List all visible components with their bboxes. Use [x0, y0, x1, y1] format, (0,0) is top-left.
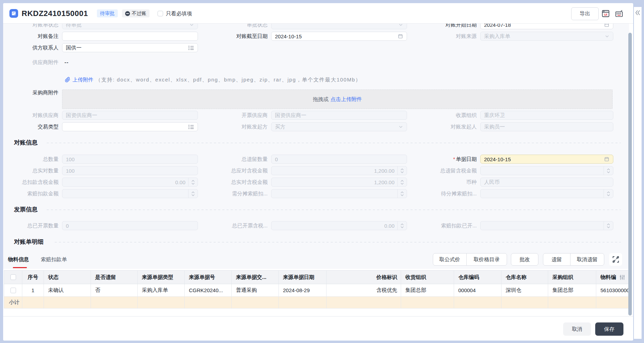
field-supplier-attachment: 供应商附件 -- — [3, 58, 629, 67]
field-label: 供应商附件 — [3, 58, 59, 67]
minus-circle-icon — [125, 11, 130, 16]
posting-badge: 不过账 — [122, 9, 150, 17]
subtotal-label: 小计 — [4, 297, 22, 309]
chevron-down-icon — [605, 34, 610, 39]
list-icon[interactable] — [188, 45, 194, 51]
column-settings-icon[interactable] — [619, 274, 625, 281]
col-source-date: 来源单据日期 — [279, 271, 327, 284]
total-left-amount-input[interactable] — [480, 166, 613, 175]
section-title-invoice-info: 发票信息 — [14, 205, 38, 214]
price-catalog-button[interactable]: 取价格目录 — [466, 254, 507, 265]
attachment-dropzone[interactable]: 拖拽或 点击上传附件 — [62, 89, 613, 109]
col-is-left: 是否遗留 — [91, 271, 138, 284]
field-currency: 币种 人民币 — [3, 178, 629, 187]
claim-invoiced-input[interactable] — [480, 221, 613, 230]
svg-text:UI: UI — [604, 13, 607, 16]
detail-table-zone: 序号 状态 是否遗留 来源单据类型 来源单据号 来源单据交... 来源单据日期 … — [3, 269, 629, 316]
page-title: RKDZ2410150001 — [22, 3, 88, 24]
ticket-org-input[interactable]: 重庆环卫 — [480, 111, 613, 120]
spinner-buttons[interactable] — [604, 221, 613, 230]
upload-hint: （支持: docx、word、excel、xlsx、pdf、png、bmp、jp… — [95, 77, 361, 83]
leave-button[interactable]: 遗留 — [543, 254, 570, 265]
vertical-scrollbar[interactable] — [628, 33, 632, 315]
field-total-left-amount: 总遗留含税金额 — [3, 166, 629, 175]
form-scroll-area[interactable]: 对账单状态 待审批 审批状态 对账开始日期 2024-07-18 对账备注 — [3, 24, 629, 316]
doc-date-input[interactable]: 2024-10-15 — [480, 155, 613, 164]
status-badge: 待审批 — [97, 9, 118, 17]
ui-settings-icon[interactable]: UI — [602, 10, 610, 17]
field-label: 待分摊索赔扣... — [421, 189, 477, 198]
required-only-label: 只看必填项 — [166, 3, 192, 24]
active-tab-underline — [13, 267, 27, 268]
field-label: 对账发起人 — [421, 122, 477, 131]
cancel-leave-button[interactable]: 取消遗留 — [570, 254, 604, 265]
field-label: 对账开始日期 — [421, 24, 477, 29]
export-button[interactable]: 导出 — [571, 7, 599, 20]
cell-price-flag: 含税优先 — [327, 284, 401, 297]
field-label: 总遗留含税金额 — [421, 166, 477, 175]
formula-price-button[interactable]: 取公式价 — [433, 254, 466, 265]
cell-is-left: 否 — [91, 284, 138, 297]
initiator-input[interactable]: 采购员一 — [480, 122, 613, 131]
supplier-attachment-value: -- — [64, 58, 69, 67]
row-checkbox[interactable] — [10, 288, 16, 293]
cancel-button[interactable]: 取消 — [563, 322, 591, 336]
tab-claim-deduction[interactable]: 索赔扣款单 — [41, 255, 67, 264]
currency-input[interactable]: 人民币 — [480, 178, 613, 187]
cell-status: 未确认 — [44, 284, 91, 297]
cell-material-code: 5610300000 — [596, 284, 629, 297]
dropzone-text: 拖拽或 — [313, 96, 329, 103]
action-footer: 取消 保存 — [3, 316, 633, 341]
col-receive-org: 收货组织 — [401, 271, 454, 284]
calendar-icon — [604, 24, 610, 28]
document-icon — [9, 9, 18, 18]
collapse-panel-icon[interactable] — [635, 10, 641, 17]
batch-edit-button[interactable]: 批改 — [511, 254, 538, 265]
col-source-trade: 来源单据交... — [232, 271, 279, 284]
fullscreen-button[interactable] — [609, 253, 622, 266]
detail-table-clip: 序号 状态 是否遗留 来源单据类型 来源单据号 来源单据交... 来源单据日期 … — [4, 270, 629, 309]
keyboard-shortcut-icon[interactable] — [615, 10, 623, 17]
field-label: 收票组织 — [421, 111, 477, 120]
col-warehouse-code: 仓库编码 — [454, 271, 501, 284]
dropzone-upload-link[interactable]: 点击上传附件 — [331, 96, 362, 103]
required-asterisk: * — [453, 156, 455, 162]
col-seq: 序号 — [22, 271, 44, 284]
recon-start-date-input[interactable]: 2024-07-18 — [480, 24, 613, 29]
calendar-icon — [604, 156, 610, 162]
col-source-type: 来源单据类型 — [138, 271, 185, 284]
select-all-checkbox[interactable] — [10, 274, 16, 280]
section-title-detail: 对账单明细 — [14, 238, 44, 246]
spinner-buttons[interactable] — [604, 189, 613, 198]
recon-source-select[interactable]: 采购入库单 — [480, 32, 613, 41]
col-price-flag: 价格标识 — [327, 271, 401, 284]
save-button[interactable]: 保存 — [595, 322, 623, 336]
cell-source-no: CGRK20240... — [185, 284, 232, 297]
col-status: 状态 — [44, 271, 91, 284]
tab-material-info[interactable]: 物料信息 — [8, 255, 29, 264]
section-divider — [47, 143, 621, 143]
claim-pending-input[interactable] — [480, 189, 613, 198]
field-label: 供方联系人 — [3, 43, 59, 52]
main-panel: 对账单状态 待审批 审批状态 对账开始日期 2024-07-18 对账备注 — [3, 3, 633, 341]
col-warehouse-name: 仓库名称 — [501, 271, 548, 284]
cell-warehouse-name: 深圳仓 — [501, 284, 548, 297]
material-table: 序号 状态 是否遗留 来源单据类型 来源单据号 来源单据交... 来源单据日期 … — [4, 270, 629, 309]
paperclip-icon — [65, 77, 70, 83]
supplier-contact-input[interactable]: 国供一 — [62, 43, 198, 52]
button-group-leave: 遗留 取消遗留 — [543, 253, 604, 266]
cell-purchase-org: 集团总部 — [548, 284, 596, 297]
cell-source-type: 采购入库单 — [138, 284, 185, 297]
cell-source-date: 2024-08-29 — [279, 284, 327, 297]
header-select-all[interactable] — [4, 271, 22, 284]
required-only-checkbox[interactable] — [158, 11, 163, 16]
upload-row: 上传附件 （支持: docx、word、excel、xlsx、pdf、png、b… — [65, 75, 361, 84]
row-select[interactable] — [4, 284, 22, 297]
field-label: 币种 — [421, 178, 477, 187]
field-recon-start-date: 对账开始日期 2024-07-18 — [3, 24, 629, 29]
table-row[interactable]: 1 未确认 否 采购入库单 CGRK20240... 普通采购 2024-08-… — [4, 284, 629, 297]
table-header-row: 序号 状态 是否遗留 来源单据类型 来源单据号 来源单据交... 来源单据日期 … — [4, 271, 629, 284]
spinner-buttons[interactable] — [604, 166, 613, 175]
upload-attachment-link[interactable]: 上传附件 — [72, 77, 93, 83]
field-doc-date: *单据日期 2024-10-15 — [3, 155, 629, 164]
